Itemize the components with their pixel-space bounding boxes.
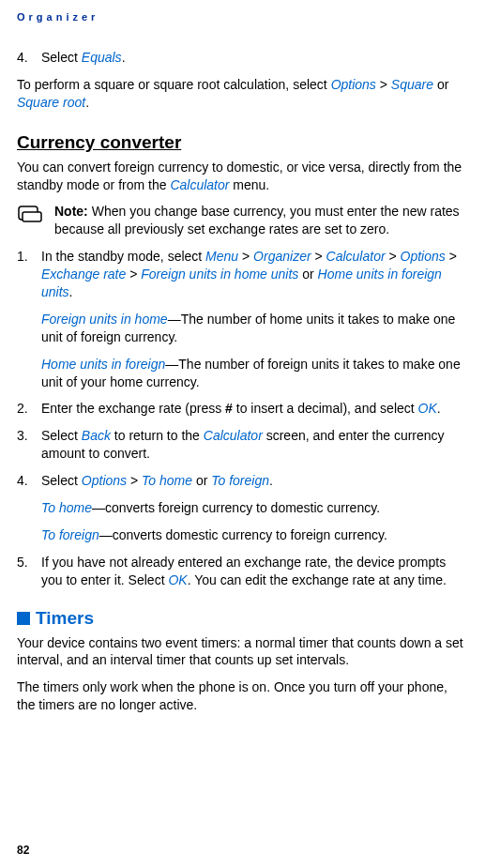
text: Select bbox=[41, 428, 82, 443]
text: or bbox=[298, 266, 317, 282]
square-bullet-icon bbox=[17, 612, 30, 625]
text: > bbox=[376, 77, 391, 92]
text: —converts foreign currency to domestic c… bbox=[92, 500, 380, 515]
calculator-link: Calculator bbox=[326, 249, 386, 264]
text: menu. bbox=[229, 177, 269, 192]
step-4: 4. Select Options > To home or To foreig… bbox=[17, 472, 468, 490]
text: Select bbox=[41, 473, 82, 488]
text: > bbox=[126, 266, 141, 282]
text: > bbox=[446, 249, 457, 264]
currency-intro: You can convert foreign currency to dome… bbox=[17, 159, 468, 194]
step-5: 5. If you have not already entered an ex… bbox=[17, 554, 468, 589]
step-body: Select Back to return to the Calculator … bbox=[41, 427, 468, 463]
timers-para-1: Your device contains two event timers: a… bbox=[17, 634, 468, 670]
step-4-sub-b: To foreign—converts domestic currency to… bbox=[41, 526, 468, 544]
text: to insert a decimal), and select bbox=[233, 401, 418, 416]
step-body: If you have not already entered an excha… bbox=[41, 554, 468, 589]
step-1: 1. In the standby mode, select Menu > Or… bbox=[17, 248, 468, 301]
text: . You can edit the exchange rate at any … bbox=[188, 572, 447, 587]
text: or bbox=[192, 473, 211, 488]
home-in-foreign-label: Home units in foreign bbox=[41, 357, 165, 372]
text: To perform a square or square root calcu… bbox=[17, 77, 331, 92]
currency-converter-heading: Currency converter bbox=[17, 132, 468, 153]
text: . bbox=[437, 401, 441, 416]
page-header: Organizer bbox=[17, 11, 468, 23]
step-4-equals: 4. Select Equals. bbox=[17, 49, 468, 67]
text: Select bbox=[41, 50, 82, 65]
text: to return to the bbox=[111, 428, 204, 443]
note-block: Note: When you change base currency, you… bbox=[17, 203, 468, 238]
equals-link: Equals bbox=[82, 50, 122, 65]
text: Enter the exchange rate (press bbox=[41, 401, 225, 416]
foreign-units-home-link: Foreign units in home units bbox=[141, 266, 298, 282]
text: In the standby mode, select bbox=[41, 249, 205, 264]
text: —converts domestic currency to foreign c… bbox=[99, 527, 387, 542]
to-foreign-link: To foreign bbox=[211, 473, 269, 488]
square-link: Square bbox=[391, 77, 433, 92]
step-number: 4. bbox=[17, 49, 41, 67]
svg-rect-1 bbox=[23, 212, 41, 221]
step-number: 4. bbox=[17, 472, 41, 490]
text: . bbox=[269, 473, 273, 488]
step-body: In the standby mode, select Menu > Organ… bbox=[41, 248, 468, 301]
step-1-sub-b: Home units in foreign—The number of fore… bbox=[41, 356, 468, 391]
text: . bbox=[122, 50, 126, 65]
exchange-rate-link: Exchange rate bbox=[41, 266, 126, 282]
text: > bbox=[311, 249, 326, 264]
options-link: Options bbox=[82, 473, 127, 488]
note-icon bbox=[17, 205, 43, 223]
step-4-sub-a: To home—converts foreign currency to dom… bbox=[41, 499, 468, 517]
to-home-link: To home bbox=[142, 473, 192, 488]
step-1-sub-a: Foreign units in home—The number of home… bbox=[41, 311, 468, 346]
ok-link: OK bbox=[418, 401, 437, 416]
calculator-link: Calculator bbox=[204, 428, 263, 443]
options-link: Options bbox=[331, 77, 376, 92]
page-number: 82 bbox=[17, 844, 29, 857]
to-home-label: To home bbox=[41, 500, 92, 515]
text: . bbox=[85, 95, 89, 110]
step-2: 2. Enter the exchange rate (press # to i… bbox=[17, 400, 468, 418]
square-root-para: To perform a square or square root calcu… bbox=[17, 76, 468, 112]
calculator-link: Calculator bbox=[170, 177, 229, 192]
text: > bbox=[238, 249, 253, 264]
step-body: Select Equals. bbox=[41, 49, 468, 67]
note-label: Note: bbox=[54, 204, 88, 219]
foreign-in-home-label: Foreign units in home bbox=[41, 312, 168, 327]
hash-key: # bbox=[225, 401, 233, 416]
step-number: 1. bbox=[17, 248, 41, 301]
menu-link: Menu bbox=[205, 249, 238, 264]
text: When you change base currency, you must … bbox=[54, 204, 460, 236]
timers-heading-text: Timers bbox=[36, 608, 94, 629]
organizer-link: Organizer bbox=[253, 249, 311, 264]
timers-para-2: The timers only work when the phone is o… bbox=[17, 678, 468, 714]
text: > bbox=[127, 473, 142, 488]
text: . bbox=[69, 284, 73, 299]
step-3: 3. Select Back to return to the Calculat… bbox=[17, 427, 468, 463]
back-link: Back bbox=[82, 428, 111, 443]
step-number: 3. bbox=[17, 427, 41, 463]
square-root-link: Square root bbox=[17, 95, 85, 110]
step-number: 5. bbox=[17, 554, 41, 589]
options-link: Options bbox=[401, 249, 446, 264]
timers-heading: Timers bbox=[17, 608, 468, 629]
step-body: Enter the exchange rate (press # to inse… bbox=[41, 400, 468, 418]
step-number: 2. bbox=[17, 400, 41, 418]
to-foreign-label: To foreign bbox=[41, 527, 99, 542]
note-text: Note: When you change base currency, you… bbox=[54, 203, 468, 238]
text: or bbox=[433, 77, 448, 92]
step-body: Select Options > To home or To foreign. bbox=[41, 472, 468, 490]
text: > bbox=[386, 249, 401, 264]
ok-link: OK bbox=[168, 572, 187, 587]
